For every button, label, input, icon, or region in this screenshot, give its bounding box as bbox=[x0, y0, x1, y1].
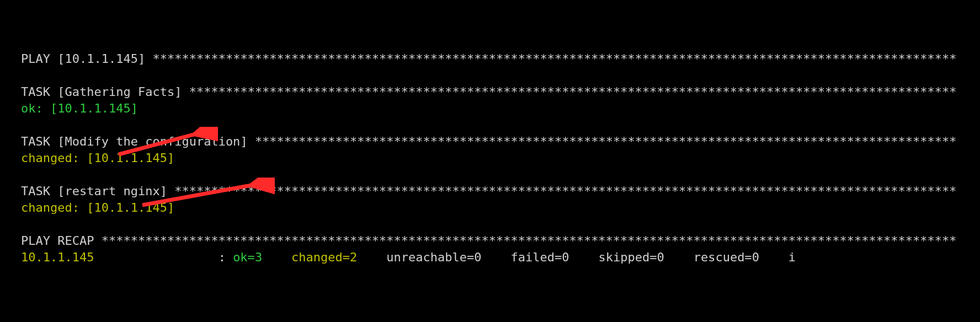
task-result-ok: ok: [10.1.1.145] bbox=[21, 101, 138, 115]
play-recap-header: PLAY RECAP *****************************… bbox=[21, 234, 956, 248]
recap-unreachable: unreachable=0 bbox=[386, 250, 481, 264]
play-host: 10.1.1.145 bbox=[65, 52, 137, 66]
recap-skipped: skipped=0 bbox=[598, 250, 664, 264]
task-name: restart nginx bbox=[65, 184, 159, 198]
task-name: Modify the configuration bbox=[65, 135, 240, 148]
recap-host: 10.1.1.145 bbox=[21, 250, 94, 264]
asterisk-fill: ****************************************… bbox=[102, 234, 957, 248]
recap-failed: failed=0 bbox=[511, 250, 569, 264]
task-result-changed: changed: [10.1.1.145] bbox=[21, 201, 174, 214]
task-name: Gathering Facts bbox=[65, 85, 174, 99]
task-header-line: TASK [Modify the configuration] ********… bbox=[21, 135, 956, 148]
asterisk-fill: ****************************************… bbox=[174, 184, 956, 198]
play-header-line: PLAY [10.1.1.145] **********************… bbox=[21, 52, 956, 66]
recap-ok: ok=3 bbox=[233, 250, 262, 264]
recap-changed: changed=2 bbox=[291, 250, 357, 264]
recap-overflow: i bbox=[789, 250, 796, 264]
play-recap-line: 10.1.1.145 : ok=3 changed=2 unreachable=… bbox=[21, 250, 796, 264]
asterisk-fill: ****************************************… bbox=[189, 85, 957, 99]
task-header-line: TASK [restart nginx] *******************… bbox=[21, 184, 956, 198]
play-keyword: PLAY [ bbox=[21, 52, 65, 66]
ansible-terminal-output: PLAY [10.1.1.145] **********************… bbox=[0, 0, 980, 322]
task-result-changed: changed: [10.1.1.145] bbox=[21, 151, 174, 165]
recap-rescued: rescued=0 bbox=[694, 250, 759, 264]
task-header-line: TASK [Gathering Facts] *****************… bbox=[21, 85, 956, 99]
asterisk-fill: ****************************************… bbox=[255, 135, 957, 148]
asterisk-fill: ****************************************… bbox=[152, 52, 956, 66]
